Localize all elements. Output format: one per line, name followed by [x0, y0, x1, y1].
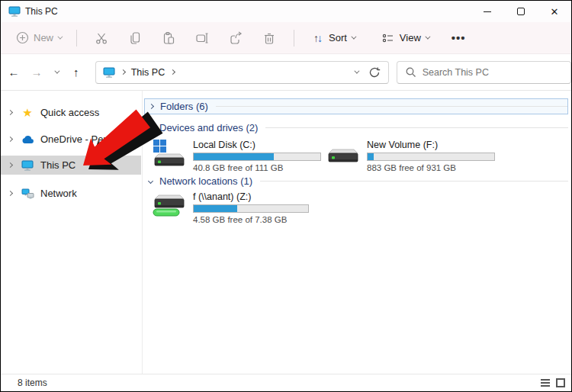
close-button[interactable]: ✕: [538, 1, 571, 22]
breadcrumb-this-pc[interactable]: This PC: [131, 67, 165, 78]
sidebar-item-quick-access[interactable]: ★ Quick access: [1, 103, 141, 122]
see-more-button[interactable]: •••: [444, 25, 474, 51]
chevron-down-icon: [425, 34, 430, 40]
onedrive-cloud-icon: [21, 135, 34, 144]
new-button[interactable]: New: [7, 25, 69, 51]
group-header-network-locations[interactable]: Network locations (1): [149, 173, 568, 189]
drive-name: New Volume (F:): [367, 140, 495, 150]
monitor-icon: [21, 160, 34, 171]
sidebar-item-label: This PC: [40, 159, 76, 171]
folder-content-pane: Folders (6) Devices and drives (2) Local…: [142, 91, 572, 374]
command-toolbar: New: [1, 22, 571, 54]
drive-usage-bar: [193, 153, 321, 161]
window-controls: ✕: [471, 1, 571, 22]
rename-button[interactable]: [185, 25, 219, 51]
forward-arrow-icon: →: [31, 66, 42, 79]
delete-button[interactable]: [252, 25, 286, 51]
chevron-down-icon: [57, 34, 63, 40]
window-title: This PC: [25, 6, 58, 17]
file-explorer-window: This PC ✕ New: [0, 0, 572, 392]
refresh-icon: [368, 66, 381, 79]
chevron-right-icon[interactable]: [8, 137, 13, 142]
chevron-down-icon[interactable]: [148, 178, 153, 184]
up-arrow-icon: ↑: [73, 66, 79, 79]
minimize-icon: [484, 11, 491, 12]
ellipsis-icon: •••: [451, 31, 466, 44]
view-button[interactable]: View: [373, 25, 436, 51]
minimize-button[interactable]: [471, 1, 504, 22]
chevron-right-icon[interactable]: [8, 110, 13, 115]
status-bar: 8 items: [1, 374, 571, 391]
large-icons-view-toggle-icon[interactable]: [556, 378, 565, 387]
refresh-button[interactable]: [368, 66, 381, 79]
drive-usage-fill: [368, 153, 374, 160]
copy-button[interactable]: [118, 25, 152, 51]
group-header-label: Folders (6): [160, 101, 208, 112]
group-header-folders[interactable]: Folders (6): [144, 98, 568, 114]
paste-clipboard-icon: [161, 31, 176, 46]
view-options-icon: [381, 31, 396, 46]
drive-usage-fill: [194, 153, 274, 160]
group-header-rule: [216, 106, 567, 107]
drive-usage-fill: [194, 205, 237, 212]
sidebar-item-label: Network: [40, 188, 77, 199]
sort-button-label: Sort: [329, 32, 347, 43]
drive-icon: [326, 139, 359, 168]
os-drive-icon: [152, 139, 185, 168]
recent-locations-button[interactable]: [50, 63, 63, 82]
this-pc-monitor-icon: [103, 67, 115, 78]
drive-free-space: 883 GB free of 931 GB: [367, 163, 495, 172]
scissors-icon: [94, 31, 109, 46]
group-header-rule: [265, 127, 568, 128]
chevron-right-icon: [121, 69, 126, 75]
drive-tile-new-volume-f[interactable]: New Volume (F:) 883 GB free of 931 GB: [326, 139, 495, 171]
network-icon: [21, 188, 34, 199]
address-bar-row: ← → ↑ This PC: [1, 54, 571, 91]
drive-usage-bar: [193, 204, 309, 213]
address-breadcrumb-bar[interactable]: This PC: [95, 61, 389, 84]
toolbar-separator: [76, 30, 77, 47]
plus-circle-icon: [14, 31, 30, 46]
search-input[interactable]: [423, 67, 570, 78]
up-button[interactable]: ↑: [66, 63, 86, 82]
star-icon: ★: [21, 107, 34, 118]
drive-tile-local-disk-c[interactable]: Local Disk (C:) 40.8 GB free of 111 GB: [152, 139, 321, 171]
this-pc-monitor-icon: [8, 6, 21, 17]
drive-tile-network-z[interactable]: f (\\anant) (Z:) 4.58 GB free of 7.38 GB: [152, 191, 321, 223]
chevron-right-icon[interactable]: [8, 162, 13, 168]
sort-button[interactable]: ↑↓ Sort: [302, 25, 362, 51]
sidebar-item-onedrive[interactable]: OneDrive - Personal: [1, 130, 141, 149]
items-count: 8 items: [18, 378, 47, 388]
search-box[interactable]: [397, 61, 571, 84]
navigation-pane: ★ Quick access OneDrive - Personal This …: [1, 91, 141, 374]
close-icon: ✕: [551, 7, 559, 17]
chevron-down-icon[interactable]: [148, 125, 153, 130]
details-view-toggle-icon[interactable]: [541, 379, 550, 387]
drive-free-space: 40.8 GB free of 111 GB: [193, 163, 321, 172]
forward-button[interactable]: →: [27, 63, 47, 82]
chevron-right-icon[interactable]: [149, 104, 154, 109]
drive-name: f (\\anant) (Z:): [193, 191, 309, 202]
sidebar-item-network[interactable]: Network: [1, 184, 141, 203]
view-button-label: View: [400, 32, 421, 43]
title-bar: This PC ✕: [1, 1, 571, 22]
sidebar-item-this-pc[interactable]: This PC: [1, 156, 141, 175]
drive-free-space: 4.58 GB free of 7.38 GB: [193, 215, 309, 224]
maximize-icon: [517, 8, 525, 15]
sidebar-item-label: Quick access: [40, 107, 99, 118]
group-header-label: Devices and drives (2): [159, 122, 258, 133]
cut-button[interactable]: [85, 25, 118, 51]
paste-button[interactable]: [152, 25, 185, 51]
chevron-right-icon: [170, 69, 175, 75]
drive-name: Local Disk (C:): [193, 140, 321, 150]
search-icon: [405, 66, 416, 78]
back-button[interactable]: ←: [4, 63, 24, 82]
drive-usage-bar: [367, 153, 495, 161]
group-header-rule: [260, 181, 568, 182]
share-button[interactable]: [219, 25, 252, 51]
rename-icon: [194, 31, 210, 46]
group-header-devices-and-drives[interactable]: Devices and drives (2): [149, 120, 568, 136]
chevron-right-icon[interactable]: [8, 191, 13, 196]
maximize-button[interactable]: [504, 1, 538, 22]
address-dropdown-icon[interactable]: [354, 69, 359, 74]
